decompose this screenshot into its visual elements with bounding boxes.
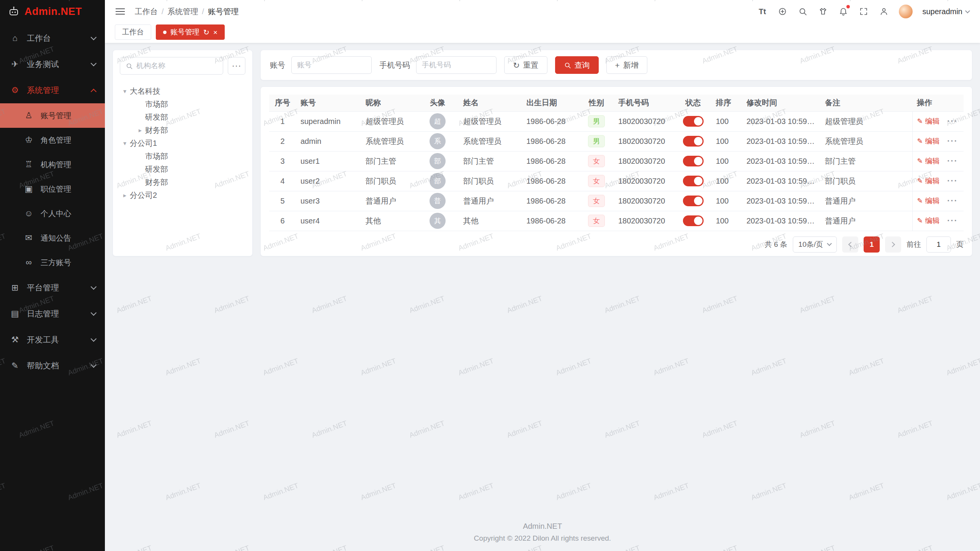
tree-caret-icon[interactable]: [120, 140, 130, 147]
sidebar-item[interactable]: 通知公告: [0, 226, 105, 250]
sidebar-item[interactable]: 日志管理: [0, 301, 105, 327]
current-page-button[interactable]: 1: [864, 236, 880, 253]
cell-sort: 100: [711, 151, 742, 171]
cell-phone: 18020030720: [614, 131, 675, 151]
org-search-input[interactable]: [136, 62, 217, 70]
search-icon: [126, 62, 133, 70]
gender-tag: 女: [588, 175, 605, 187]
tree-more-button[interactable]: ···: [228, 57, 245, 75]
user-table: 序号 账号 昵称 头像 姓名 出生日期: [269, 95, 964, 231]
phone-input[interactable]: [422, 61, 491, 69]
sidebar-item[interactable]: 工作台: [0, 25, 105, 51]
theme-icon[interactable]: [818, 6, 828, 17]
pagination: 共 6 条 10条/页 1 前往 页: [269, 236, 964, 253]
status-toggle[interactable]: [683, 116, 704, 127]
cell-modified-time: 2023-01-03 10:59:44: [742, 151, 820, 171]
breadcrumb-item[interactable]: 工作台: [135, 7, 158, 17]
cell-birthdate: 1986-06-28: [522, 211, 579, 231]
cell-remark: 普通用户: [820, 191, 912, 211]
more-actions-button[interactable]: ···: [947, 176, 958, 186]
sidebar-item[interactable]: 账号管理: [0, 103, 105, 128]
gender-tag: 女: [588, 215, 605, 227]
status-toggle[interactable]: [683, 215, 704, 226]
sidebar-item[interactable]: 机构管理: [0, 152, 105, 177]
status-toggle[interactable]: [683, 156, 704, 166]
tree-node[interactable]: 财务部: [120, 176, 245, 189]
more-actions-button[interactable]: ···: [947, 216, 958, 225]
tree-node[interactable]: 市场部: [120, 98, 245, 111]
sidebar-item[interactable]: 开发工具: [0, 327, 105, 353]
page-size-select[interactable]: 10条/页: [793, 236, 837, 253]
reset-button[interactable]: ↻ 重置: [504, 56, 547, 74]
tree-caret-icon[interactable]: [120, 192, 130, 199]
tree-node[interactable]: 分公司1: [120, 137, 245, 150]
goto-page-input[interactable]: [926, 236, 951, 253]
tree-node[interactable]: 市场部: [120, 150, 245, 163]
tab-close-icon[interactable]: ×: [213, 29, 217, 36]
breadcrumb-separator: /: [202, 7, 204, 16]
cell-nickname: 部门主管: [361, 151, 416, 171]
tree-node[interactable]: 分公司2: [120, 189, 245, 202]
status-toggle[interactable]: [683, 196, 704, 206]
cell-phone: 18020030720: [614, 171, 675, 191]
prev-page-button[interactable]: [842, 236, 858, 253]
layout-settings-icon[interactable]: [879, 6, 889, 17]
cell-name: 超级管理员: [459, 111, 522, 131]
menu-toggle-icon[interactable]: [116, 11, 125, 12]
user-avatar[interactable]: [899, 5, 913, 18]
edit-button[interactable]: ✎ 编辑: [917, 176, 940, 186]
tree-node[interactable]: 财务部: [120, 124, 245, 137]
sidebar-item[interactable]: 系统管理: [0, 77, 105, 103]
tree-node[interactable]: 研发部: [120, 163, 245, 176]
tree-node[interactable]: 大名科技: [120, 85, 245, 98]
more-actions-button[interactable]: ···: [947, 136, 958, 146]
page-tab[interactable]: 工作台 ↻ ×: [115, 24, 151, 40]
tree-caret-icon[interactable]: [120, 88, 130, 95]
more-actions-button[interactable]: ···: [947, 156, 958, 166]
menu-item-label: 帮助文档: [27, 360, 59, 371]
tree-node[interactable]: 研发部: [120, 111, 245, 124]
next-page-button[interactable]: [885, 236, 901, 253]
breadcrumb-item[interactable]: 系统管理: [168, 7, 198, 17]
menu-item-icon: [23, 209, 34, 218]
menu-item-icon: [23, 233, 34, 243]
font-size-icon[interactable]: Tt: [757, 6, 768, 17]
edit-button[interactable]: ✎ 编辑: [917, 196, 940, 206]
page-tab[interactable]: 账号管理 ↻ ×: [156, 24, 225, 40]
tree-node-label: 财务部: [145, 125, 168, 135]
app-logo[interactable]: Admin.NET: [0, 0, 105, 23]
sidebar-item[interactable]: 平台管理: [0, 275, 105, 301]
account-input[interactable]: [297, 61, 366, 69]
sidebar-item[interactable]: 个人中心: [0, 201, 105, 226]
fullscreen-icon[interactable]: [858, 6, 869, 17]
breadcrumb-item[interactable]: 账号管理: [208, 7, 238, 17]
edit-button[interactable]: ✎ 编辑: [917, 136, 940, 146]
tab-refresh-icon[interactable]: ↻: [203, 29, 209, 36]
tree-caret-icon[interactable]: [135, 127, 145, 134]
column-header: 姓名: [459, 95, 522, 111]
sidebar-item[interactable]: 角色管理: [0, 128, 105, 152]
add-button[interactable]: + 新增: [606, 56, 647, 74]
edit-button[interactable]: ✎ 编辑: [917, 216, 940, 226]
sidebar-item[interactable]: 业务测试: [0, 51, 105, 77]
refresh-icon: ↻: [513, 61, 520, 69]
edit-button[interactable]: ✎ 编辑: [917, 156, 940, 166]
tree-node-label: 分公司1: [130, 138, 157, 148]
user-menu[interactable]: superadmin: [922, 7, 969, 16]
edit-button[interactable]: ✎ 编辑: [917, 116, 940, 126]
search-icon[interactable]: [797, 6, 808, 17]
more-actions-button[interactable]: ···: [947, 116, 958, 126]
chevron-left-icon: [848, 241, 854, 247]
locale-icon[interactable]: [777, 6, 788, 17]
more-actions-button[interactable]: ···: [947, 196, 958, 205]
status-toggle[interactable]: [683, 136, 704, 147]
table-row: 3 user1 部门主管 部 部门主管 1986-06-28 女 1802003…: [269, 151, 964, 171]
sidebar-item[interactable]: 三方账号: [0, 250, 105, 275]
status-toggle[interactable]: [683, 176, 704, 186]
cell-sort: 100: [711, 191, 742, 211]
right-column: 账号 手机号码 ↻ 重置 查询: [260, 50, 972, 256]
search-button[interactable]: 查询: [555, 56, 599, 74]
sidebar-item[interactable]: 帮助文档: [0, 353, 105, 379]
notification-bell-icon[interactable]: [838, 6, 849, 17]
sidebar-item[interactable]: 职位管理: [0, 177, 105, 201]
